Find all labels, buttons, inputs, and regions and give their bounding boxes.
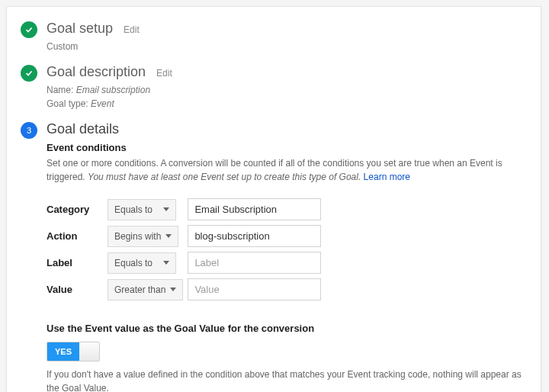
edit-link[interactable]: Edit	[156, 68, 172, 79]
event-conditions-desc: Set one or more conditions. A conversion…	[47, 156, 527, 184]
operator-value: Equals to	[114, 204, 152, 215]
value-input[interactable]	[188, 278, 321, 300]
table-row: Label Equals to	[47, 249, 326, 276]
step-goal-description: Goal description Edit Name: Email subscr…	[21, 64, 527, 111]
table-row: Value Greater than	[47, 276, 326, 303]
type-label: Goal type:	[47, 98, 88, 109]
step-subtext: Custom	[47, 40, 527, 53]
goal-value-desc: If you don't have a value defined in the…	[47, 368, 527, 392]
goal-value-toggle[interactable]: YES	[47, 342, 100, 361]
step-goal-details: 3 Goal details	[21, 121, 527, 137]
operator-dropdown[interactable]: Begins with	[108, 226, 178, 247]
operator-value: Greater than	[114, 284, 165, 295]
step-title: Goal details	[47, 121, 119, 137]
step-title: Goal description	[47, 64, 146, 80]
operator-dropdown[interactable]: Greater than	[108, 279, 183, 300]
toggle-off-side	[79, 342, 99, 361]
operator-dropdown[interactable]: Equals to	[108, 199, 176, 220]
action-input[interactable]	[188, 225, 321, 247]
event-conditions-title: Event conditions	[47, 142, 527, 153]
check-icon	[21, 65, 37, 82]
chevron-down-icon	[163, 261, 169, 265]
table-row: Action Begins with	[47, 223, 326, 249]
goal-details-body: Event conditions Set one or more conditi…	[21, 142, 527, 392]
step-title: Goal setup	[47, 21, 113, 37]
condition-label: Category	[47, 196, 108, 223]
chevron-down-icon	[170, 288, 176, 291]
conditions-table: Category Equals to Action Begins with	[47, 196, 326, 303]
name-label: Name:	[47, 85, 73, 95]
chevron-down-icon	[163, 207, 169, 211]
condition-label: Action	[47, 223, 108, 249]
learn-more-link[interactable]: Learn more	[364, 172, 410, 182]
desc-text-b: You must have at least one Event set up …	[88, 172, 361, 182]
type-value: Event	[91, 98, 114, 109]
condition-label: Value	[47, 276, 108, 303]
name-value: Email subscription	[76, 85, 150, 95]
table-row: Category Equals to	[47, 196, 326, 223]
step-subtext: Name: Email subscription Goal type: Even…	[47, 83, 527, 111]
label-input[interactable]	[188, 252, 321, 274]
operator-value: Equals to	[114, 258, 152, 268]
operator-value: Begins with	[114, 231, 161, 242]
condition-label: Label	[47, 249, 108, 276]
check-icon	[21, 21, 37, 38]
operator-dropdown[interactable]: Equals to	[108, 252, 176, 274]
goal-editor-card: Goal setup Edit Custom Goal description …	[6, 6, 541, 392]
goal-value-title: Use the Event value as the Goal Value fo…	[47, 323, 527, 334]
goal-value-section: Use the Event value as the Goal Value fo…	[47, 323, 527, 392]
category-input[interactable]	[188, 198, 321, 220]
step-goal-setup: Goal setup Edit Custom	[21, 21, 527, 53]
edit-link[interactable]: Edit	[124, 24, 140, 35]
toggle-on-label: YES	[47, 342, 79, 361]
step-number-badge: 3	[21, 122, 37, 139]
chevron-down-icon	[165, 234, 172, 238]
